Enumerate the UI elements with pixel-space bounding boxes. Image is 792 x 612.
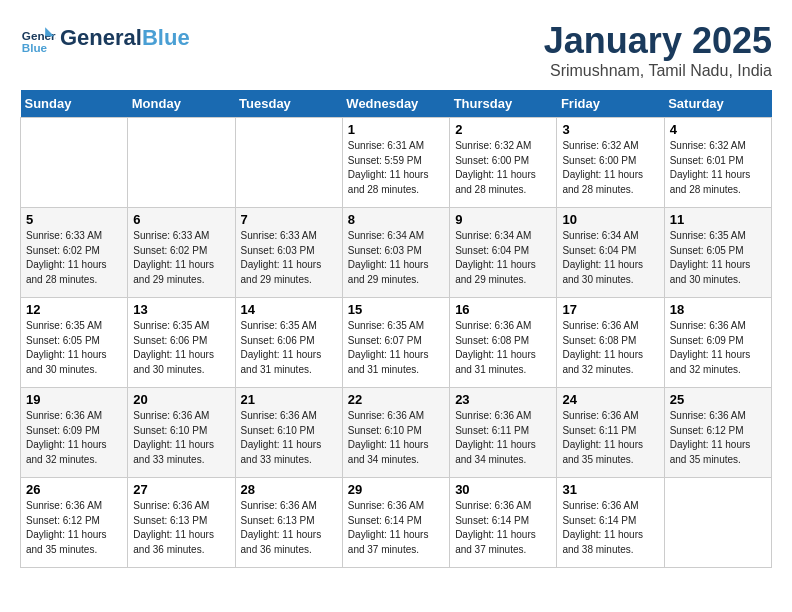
calendar-cell: 24Sunrise: 6:36 AM Sunset: 6:11 PM Dayli…: [557, 388, 664, 478]
day-info: Sunrise: 6:36 AM Sunset: 6:10 PM Dayligh…: [241, 409, 337, 467]
day-info: Sunrise: 6:36 AM Sunset: 6:10 PM Dayligh…: [348, 409, 444, 467]
day-number: 14: [241, 302, 337, 317]
day-number: 26: [26, 482, 122, 497]
day-number: 27: [133, 482, 229, 497]
calendar-week-1: 1Sunrise: 6:31 AM Sunset: 5:59 PM Daylig…: [21, 118, 772, 208]
title-block: January 2025 Srimushnam, Tamil Nadu, Ind…: [544, 20, 772, 80]
day-info: Sunrise: 6:36 AM Sunset: 6:14 PM Dayligh…: [348, 499, 444, 557]
calendar-cell: [235, 118, 342, 208]
calendar-cell: 29Sunrise: 6:36 AM Sunset: 6:14 PM Dayli…: [342, 478, 449, 568]
calendar-body: 1Sunrise: 6:31 AM Sunset: 5:59 PM Daylig…: [21, 118, 772, 568]
calendar-week-2: 5Sunrise: 6:33 AM Sunset: 6:02 PM Daylig…: [21, 208, 772, 298]
calendar-cell: 4Sunrise: 6:32 AM Sunset: 6:01 PM Daylig…: [664, 118, 771, 208]
calendar-cell: 31Sunrise: 6:36 AM Sunset: 6:14 PM Dayli…: [557, 478, 664, 568]
day-info: Sunrise: 6:32 AM Sunset: 6:00 PM Dayligh…: [562, 139, 658, 197]
day-info: Sunrise: 6:36 AM Sunset: 6:13 PM Dayligh…: [133, 499, 229, 557]
weekday-header-friday: Friday: [557, 90, 664, 118]
calendar-cell: [21, 118, 128, 208]
day-number: 10: [562, 212, 658, 227]
location: Srimushnam, Tamil Nadu, India: [544, 62, 772, 80]
calendar-cell: 17Sunrise: 6:36 AM Sunset: 6:08 PM Dayli…: [557, 298, 664, 388]
calendar-cell: 26Sunrise: 6:36 AM Sunset: 6:12 PM Dayli…: [21, 478, 128, 568]
day-info: Sunrise: 6:33 AM Sunset: 6:02 PM Dayligh…: [26, 229, 122, 287]
day-info: Sunrise: 6:36 AM Sunset: 6:10 PM Dayligh…: [133, 409, 229, 467]
day-info: Sunrise: 6:36 AM Sunset: 6:08 PM Dayligh…: [455, 319, 551, 377]
calendar-cell: 19Sunrise: 6:36 AM Sunset: 6:09 PM Dayli…: [21, 388, 128, 478]
calendar-cell: 12Sunrise: 6:35 AM Sunset: 6:05 PM Dayli…: [21, 298, 128, 388]
calendar-week-3: 12Sunrise: 6:35 AM Sunset: 6:05 PM Dayli…: [21, 298, 772, 388]
calendar-cell: 28Sunrise: 6:36 AM Sunset: 6:13 PM Dayli…: [235, 478, 342, 568]
day-info: Sunrise: 6:36 AM Sunset: 6:12 PM Dayligh…: [26, 499, 122, 557]
day-number: 4: [670, 122, 766, 137]
calendar-cell: 18Sunrise: 6:36 AM Sunset: 6:09 PM Dayli…: [664, 298, 771, 388]
day-info: Sunrise: 6:32 AM Sunset: 6:00 PM Dayligh…: [455, 139, 551, 197]
weekday-header-wednesday: Wednesday: [342, 90, 449, 118]
calendar-cell: 13Sunrise: 6:35 AM Sunset: 6:06 PM Dayli…: [128, 298, 235, 388]
day-info: Sunrise: 6:36 AM Sunset: 6:09 PM Dayligh…: [670, 319, 766, 377]
month-title: January 2025: [544, 20, 772, 62]
day-info: Sunrise: 6:33 AM Sunset: 6:03 PM Dayligh…: [241, 229, 337, 287]
day-info: Sunrise: 6:36 AM Sunset: 6:14 PM Dayligh…: [562, 499, 658, 557]
calendar-week-5: 26Sunrise: 6:36 AM Sunset: 6:12 PM Dayli…: [21, 478, 772, 568]
day-number: 16: [455, 302, 551, 317]
day-number: 23: [455, 392, 551, 407]
day-number: 7: [241, 212, 337, 227]
day-info: Sunrise: 6:32 AM Sunset: 6:01 PM Dayligh…: [670, 139, 766, 197]
day-info: Sunrise: 6:35 AM Sunset: 6:05 PM Dayligh…: [26, 319, 122, 377]
day-info: Sunrise: 6:36 AM Sunset: 6:11 PM Dayligh…: [562, 409, 658, 467]
weekday-header-thursday: Thursday: [450, 90, 557, 118]
page-header: General Blue GeneralBlue January 2025 Sr…: [20, 20, 772, 80]
day-number: 2: [455, 122, 551, 137]
day-number: 12: [26, 302, 122, 317]
weekday-header-tuesday: Tuesday: [235, 90, 342, 118]
day-number: 29: [348, 482, 444, 497]
svg-text:Blue: Blue: [22, 41, 48, 54]
logo-text: GeneralBlue: [60, 26, 190, 50]
day-number: 15: [348, 302, 444, 317]
calendar-cell: 23Sunrise: 6:36 AM Sunset: 6:11 PM Dayli…: [450, 388, 557, 478]
day-number: 20: [133, 392, 229, 407]
day-number: 8: [348, 212, 444, 227]
day-number: 30: [455, 482, 551, 497]
weekday-header-sunday: Sunday: [21, 90, 128, 118]
day-info: Sunrise: 6:34 AM Sunset: 6:04 PM Dayligh…: [562, 229, 658, 287]
day-info: Sunrise: 6:31 AM Sunset: 5:59 PM Dayligh…: [348, 139, 444, 197]
day-number: 6: [133, 212, 229, 227]
day-info: Sunrise: 6:35 AM Sunset: 6:07 PM Dayligh…: [348, 319, 444, 377]
day-number: 5: [26, 212, 122, 227]
day-number: 3: [562, 122, 658, 137]
calendar-cell: 9Sunrise: 6:34 AM Sunset: 6:04 PM Daylig…: [450, 208, 557, 298]
day-number: 21: [241, 392, 337, 407]
calendar-cell: 7Sunrise: 6:33 AM Sunset: 6:03 PM Daylig…: [235, 208, 342, 298]
calendar-cell: [664, 478, 771, 568]
day-info: Sunrise: 6:35 AM Sunset: 6:06 PM Dayligh…: [133, 319, 229, 377]
day-info: Sunrise: 6:34 AM Sunset: 6:04 PM Dayligh…: [455, 229, 551, 287]
logo: General Blue GeneralBlue: [20, 20, 190, 56]
calendar-cell: 8Sunrise: 6:34 AM Sunset: 6:03 PM Daylig…: [342, 208, 449, 298]
calendar-cell: 11Sunrise: 6:35 AM Sunset: 6:05 PM Dayli…: [664, 208, 771, 298]
calendar-cell: 14Sunrise: 6:35 AM Sunset: 6:06 PM Dayli…: [235, 298, 342, 388]
calendar-cell: 3Sunrise: 6:32 AM Sunset: 6:00 PM Daylig…: [557, 118, 664, 208]
day-info: Sunrise: 6:36 AM Sunset: 6:08 PM Dayligh…: [562, 319, 658, 377]
calendar-cell: 2Sunrise: 6:32 AM Sunset: 6:00 PM Daylig…: [450, 118, 557, 208]
day-info: Sunrise: 6:34 AM Sunset: 6:03 PM Dayligh…: [348, 229, 444, 287]
day-number: 9: [455, 212, 551, 227]
calendar-week-4: 19Sunrise: 6:36 AM Sunset: 6:09 PM Dayli…: [21, 388, 772, 478]
day-info: Sunrise: 6:36 AM Sunset: 6:14 PM Dayligh…: [455, 499, 551, 557]
day-number: 24: [562, 392, 658, 407]
day-number: 31: [562, 482, 658, 497]
day-info: Sunrise: 6:36 AM Sunset: 6:13 PM Dayligh…: [241, 499, 337, 557]
calendar-cell: 22Sunrise: 6:36 AM Sunset: 6:10 PM Dayli…: [342, 388, 449, 478]
day-info: Sunrise: 6:36 AM Sunset: 6:11 PM Dayligh…: [455, 409, 551, 467]
day-number: 17: [562, 302, 658, 317]
calendar-cell: 5Sunrise: 6:33 AM Sunset: 6:02 PM Daylig…: [21, 208, 128, 298]
calendar-cell: 1Sunrise: 6:31 AM Sunset: 5:59 PM Daylig…: [342, 118, 449, 208]
day-info: Sunrise: 6:35 AM Sunset: 6:05 PM Dayligh…: [670, 229, 766, 287]
day-info: Sunrise: 6:36 AM Sunset: 6:09 PM Dayligh…: [26, 409, 122, 467]
logo-icon: General Blue: [20, 20, 56, 56]
calendar-cell: 15Sunrise: 6:35 AM Sunset: 6:07 PM Dayli…: [342, 298, 449, 388]
calendar-cell: 6Sunrise: 6:33 AM Sunset: 6:02 PM Daylig…: [128, 208, 235, 298]
weekday-header-monday: Monday: [128, 90, 235, 118]
calendar-cell: 20Sunrise: 6:36 AM Sunset: 6:10 PM Dayli…: [128, 388, 235, 478]
weekday-header-saturday: Saturday: [664, 90, 771, 118]
